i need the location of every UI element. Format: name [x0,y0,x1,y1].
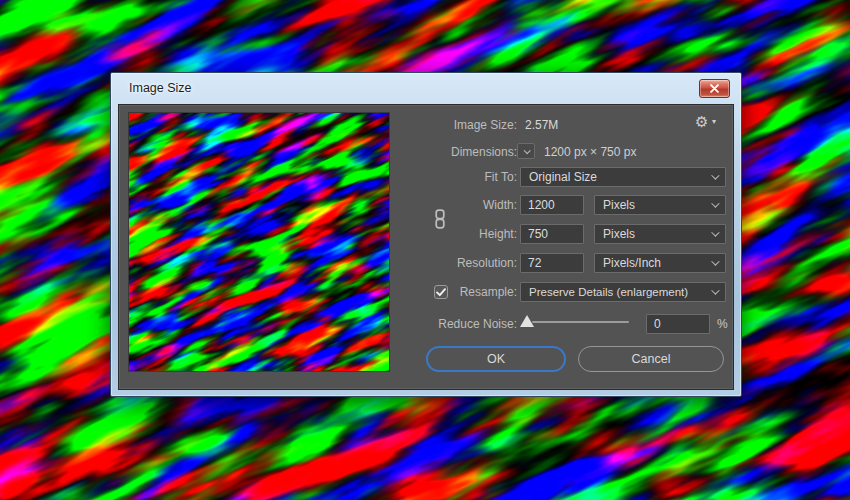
resample-method-dropdown[interactable]: Preserve Details (enlargement) [520,282,726,302]
chevron-down-icon [711,228,719,236]
fit-to-dropdown[interactable]: Original Size [520,167,726,187]
gear-caret-icon: ▾ [712,117,716,126]
dimensions-label: Dimensions: [399,142,517,162]
close-button[interactable] [699,79,730,98]
dialog-title: Image Size [129,81,192,95]
resolution-label: Resolution: [399,253,517,273]
desktop: Image Size [0,0,850,500]
reduce-noise-input[interactable] [646,314,710,334]
resolution-unit-value: Pixels/Inch [603,256,711,270]
height-unit-value: Pixels [603,227,711,241]
chevron-down-icon [711,286,719,294]
height-input[interactable] [520,224,584,244]
image-size-label: Image Size: [399,115,517,135]
cancel-button[interactable]: Cancel [578,346,724,372]
height-label: Height: [399,224,517,244]
dialog-content: Image Size: 2.57M ⚙ ▾ Dimensions: 1200 p… [118,104,734,390]
height-unit-dropdown[interactable]: Pixels [594,224,726,244]
resolution-input[interactable] [520,253,584,273]
chevron-down-icon [711,199,719,207]
fit-to-label: Fit To: [399,167,517,187]
resolution-unit-dropdown[interactable]: Pixels/Inch [594,253,726,273]
chevron-down-icon [711,257,719,265]
fit-to-value: Original Size [529,170,711,184]
image-preview[interactable] [128,112,390,372]
dialog-titlebar[interactable]: Image Size [111,73,741,104]
image-size-value: 2.57M [525,115,558,135]
settings-menu-button[interactable]: ⚙ ▾ [695,111,725,133]
preview-artwork [129,113,390,372]
width-input[interactable] [520,195,584,215]
chevron-down-icon [523,147,530,154]
resample-label: Resample: [399,282,517,302]
dimensions-value: 1200 px × 750 px [544,142,636,162]
close-icon [710,84,719,93]
resample-method-value: Preserve Details (enlargement) [529,286,711,298]
chevron-down-icon [711,171,719,179]
reduce-noise-slider-track[interactable] [532,321,629,323]
reduce-noise-label: Reduce Noise: [399,314,517,334]
width-unit-dropdown[interactable]: Pixels [594,195,726,215]
ok-button[interactable]: OK [426,346,566,372]
width-label: Width: [399,195,517,215]
width-unit-value: Pixels [603,198,711,212]
image-size-dialog: Image Size [110,72,742,397]
gear-icon: ⚙ [695,111,708,133]
reduce-noise-unit: % [717,314,728,334]
dimensions-unit-dropdown[interactable] [517,143,535,159]
